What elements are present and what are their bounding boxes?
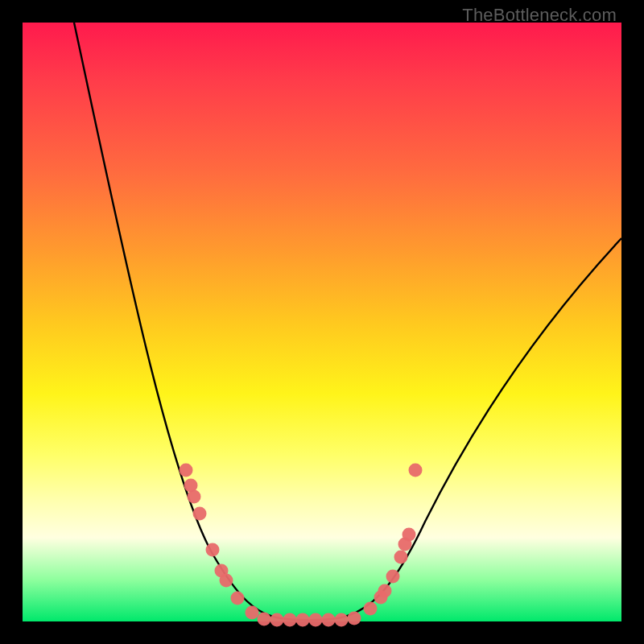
marker-dot xyxy=(220,574,233,588)
marker-dot xyxy=(206,543,220,557)
marker-dots xyxy=(180,464,423,627)
chart-area xyxy=(23,23,621,621)
bottleneck-curve xyxy=(23,23,621,621)
marker-dot xyxy=(386,570,400,584)
marker-dot xyxy=(348,612,361,625)
curve-path xyxy=(74,23,621,620)
marker-dot xyxy=(188,490,201,504)
marker-dot xyxy=(246,606,259,620)
marker-dot xyxy=(193,507,207,521)
marker-dot xyxy=(322,613,336,627)
marker-dot xyxy=(364,602,378,616)
marker-dot xyxy=(296,613,310,627)
marker-dot xyxy=(258,613,271,626)
marker-dot xyxy=(335,613,349,627)
marker-dot xyxy=(180,464,193,477)
marker-dot xyxy=(378,584,392,598)
marker-dot xyxy=(283,613,297,627)
marker-dot xyxy=(402,528,416,542)
marker-dot xyxy=(231,592,245,605)
marker-dot xyxy=(270,613,284,627)
marker-dot xyxy=(309,613,323,627)
marker-dot xyxy=(409,464,423,477)
marker-dot xyxy=(394,551,408,564)
watermark-text: TheBottleneck.com xyxy=(462,5,617,26)
